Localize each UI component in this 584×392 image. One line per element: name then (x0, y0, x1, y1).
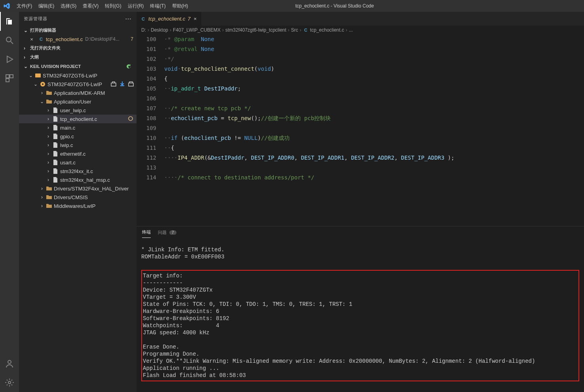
c-file-icon: C (140, 16, 146, 22)
line-gutter: 1001011021031041051061071081091101111121… (137, 34, 164, 226)
sidebar-title-text: 资源管理器 (24, 16, 47, 22)
panel-tab-problems[interactable]: 问题 7 (158, 227, 176, 238)
search-icon (5, 36, 14, 45)
panel: 终端 问题 7 * JLink Info: ETM fitted. ROMTab… (137, 226, 584, 392)
folder-icon (46, 98, 52, 105)
modified-icon (128, 116, 133, 122)
breadcrumb[interactable]: D:› Desktop› F407_LWIP_CUBEMX› stm32f407… (137, 26, 584, 34)
file-icon (52, 133, 59, 139)
section-no-folder[interactable]: ›无打开的文件夹 (19, 43, 137, 53)
svg-rect-7 (35, 74, 41, 77)
group-hal[interactable]: › Drivers/STM32F4xx_HAL_Driver (19, 184, 137, 193)
svg-point-12 (129, 117, 133, 121)
download-icon[interactable] (119, 81, 125, 88)
play-icon (5, 55, 14, 64)
vscode-logo-icon (3, 2, 10, 9)
menu-run[interactable]: 运行(R) (125, 1, 147, 11)
terminal-highlight-box: Target info: ------------ Device: STM32F… (141, 270, 579, 381)
activity-explorer[interactable] (0, 12, 19, 31)
menu-edit[interactable]: 编辑(E) (35, 1, 57, 11)
file-icon (52, 177, 59, 183)
c-file-icon: C (303, 27, 309, 33)
project-tree: ⌄ STM32F407ZGT6-LwIP ⌄ STM32F407ZGT6-LwI… (19, 71, 137, 210)
open-file-name: tcp_echoclient.c (46, 36, 83, 42)
svg-rect-2 (6, 75, 9, 78)
editor-area: C tcp_echoclient.c 7 × D:› Desktop› F407… (137, 12, 584, 392)
open-editor-item[interactable]: × C tcp_echoclient.c D:\Desktop\F4... 7 (19, 35, 137, 43)
activity-extensions[interactable] (0, 69, 19, 88)
menubar: 文件(F) 编辑(E) 选择(S) 查看(V) 转到(G) 运行(R) 终端(T… (13, 1, 191, 11)
activity-account[interactable] (0, 354, 19, 373)
file-item[interactable]: ›usart.c (19, 158, 137, 167)
file-item[interactable]: ›stm32f4xx_it.c (19, 167, 137, 175)
problems-count: 7 (169, 230, 176, 235)
group-user[interactable]: ⌄ Application/User (19, 97, 137, 106)
svg-rect-4 (6, 79, 9, 82)
more-icon[interactable]: ⋯ (125, 15, 132, 23)
tab-label: tcp_echoclient.c (148, 16, 185, 22)
folder-icon (46, 90, 52, 96)
extensions-icon (5, 74, 14, 83)
svg-point-5 (8, 360, 11, 364)
close-icon[interactable]: × (28, 36, 35, 42)
file-icon (52, 151, 59, 157)
file-item[interactable]: ›lwip.c (19, 141, 137, 149)
open-file-path: D:\Desktop\F4... (85, 36, 119, 42)
code-editor[interactable]: 1001011021031041051061071081091101111121… (137, 34, 584, 226)
code-content[interactable]: ·* @param None ·* @retval None ·*/ void·… (164, 34, 584, 226)
file-icon (52, 116, 59, 122)
file-icon (52, 142, 59, 148)
panel-tabs: 终端 问题 7 (137, 226, 584, 238)
refresh-icon[interactable] (125, 63, 132, 70)
tab-tcp-echoclient[interactable]: C tcp_echoclient.c 7 × (137, 12, 202, 26)
group-cmsis[interactable]: › Drivers/CMSIS (19, 193, 137, 202)
file-icon (52, 168, 59, 174)
menu-help[interactable]: 帮助(H) (169, 1, 192, 11)
svg-point-6 (8, 381, 11, 384)
sidebar-explorer: 资源管理器 ⋯ ⌄打开的编辑器 × C tcp_echoclient.c D:\… (19, 12, 137, 392)
menu-file[interactable]: 文件(F) (13, 1, 35, 11)
file-icon (52, 124, 59, 131)
open-file-badge: 7 (131, 36, 133, 42)
menu-view[interactable]: 查看(V) (80, 1, 102, 11)
rebuild-icon[interactable] (128, 81, 134, 88)
terminal-output[interactable]: * JLink Info: ETM fitted. ROMTableAddr =… (137, 238, 584, 392)
file-item[interactable]: ›stm32f4xx_hal_msp.c (19, 175, 137, 184)
group-mdk-arm[interactable]: › Application/MDK-ARM (19, 89, 137, 97)
menu-terminal[interactable]: 终端(T) (147, 1, 169, 11)
menu-goto[interactable]: 转到(G) (102, 1, 124, 11)
activity-settings[interactable] (0, 373, 19, 392)
gear-icon (5, 378, 14, 387)
window-title: tcp_echoclient.c - Visual Studio Code (191, 3, 478, 9)
section-keil-project[interactable]: ⌄KEIL UVISION PROJECT (19, 62, 137, 71)
sidebar-title: 资源管理器 ⋯ (19, 12, 137, 26)
group-lwip[interactable]: › Middlewares/LwIP (19, 202, 137, 210)
svg-rect-11 (129, 83, 133, 86)
svg-point-0 (6, 37, 11, 42)
file-item[interactable]: ›tcp_echoclient.c (19, 115, 137, 123)
file-item[interactable]: ›main.c (19, 123, 137, 132)
activity-bar (0, 12, 19, 392)
user-icon (5, 359, 14, 368)
menu-select[interactable]: 选择(S) (57, 1, 80, 11)
file-item[interactable]: ›gpio.c (19, 132, 137, 141)
project-target[interactable]: ⌄ STM32F407ZGT6-LwIP (19, 80, 137, 89)
file-item[interactable]: ›ethernetif.c (19, 149, 137, 158)
section-open-editors[interactable]: ⌄打开的编辑器 (19, 26, 137, 35)
folder-icon (46, 185, 52, 192)
file-item[interactable]: ›user_lwip.c (19, 106, 137, 115)
project-icon (35, 72, 41, 79)
titlebar: 文件(F) 编辑(E) 选择(S) 查看(V) 转到(G) 运行(R) 终端(T… (0, 0, 584, 12)
file-icon (52, 159, 59, 166)
activity-run[interactable] (0, 50, 19, 69)
project-root[interactable]: ⌄ STM32F407ZGT6-LwIP (19, 71, 137, 80)
section-outline[interactable]: ›大纲 (19, 53, 137, 62)
c-file-icon: C (38, 36, 44, 42)
file-icon (52, 107, 59, 113)
build-icon[interactable] (110, 81, 117, 88)
close-icon[interactable]: × (193, 16, 197, 22)
panel-tab-terminal[interactable]: 终端 (142, 227, 151, 238)
tab-badge: 7 (188, 16, 190, 22)
activity-search[interactable] (0, 31, 19, 50)
target-icon (40, 81, 46, 87)
